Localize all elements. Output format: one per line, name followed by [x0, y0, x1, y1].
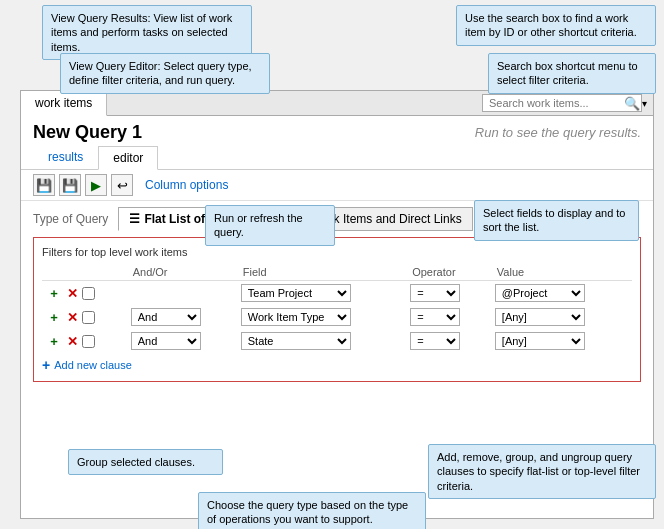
value-select[interactable]: @Project [Any]	[495, 284, 585, 302]
andor-select[interactable]: And Or	[131, 332, 201, 350]
add-row-button[interactable]: +	[46, 285, 62, 301]
col-val: Value	[491, 264, 632, 281]
field-select[interactable]: Work Item Type Team Project State	[241, 308, 351, 326]
col-field: Field	[237, 264, 406, 281]
tab-bar: work items 🔍 ▾	[21, 91, 653, 116]
add-row-button[interactable]: +	[46, 333, 62, 349]
filter-section: Filters for top level work items And/Or …	[33, 237, 641, 382]
search-icon[interactable]: 🔍	[624, 96, 640, 111]
delete-row-button[interactable]: ✕	[64, 285, 80, 301]
row-actions: + ✕	[46, 333, 123, 349]
run-button[interactable]: ▶	[85, 174, 107, 196]
callout-search-shortcut: Search box shortcut menu to select filte…	[488, 53, 656, 94]
operator-select[interactable]: = !=	[410, 308, 460, 326]
callout-view-results: View Query Results: View list of work it…	[42, 5, 252, 60]
callout-search-box: Use the search box to find a work item b…	[456, 5, 656, 46]
value-select[interactable]: [Any] @Project	[495, 332, 585, 350]
save-button[interactable]: 💾	[33, 174, 55, 196]
row-checkbox[interactable]	[82, 311, 95, 324]
operator-select[interactable]: = != < >	[410, 284, 460, 302]
row-actions: + ✕	[46, 285, 123, 301]
table-row: + ✕ And Or Work Item Type	[42, 305, 632, 329]
callout-run-refresh: Run or refresh the query.	[205, 205, 335, 246]
callout-query-type: Choose the query type based on the type …	[198, 492, 426, 529]
filter-table: And/Or Field Operator Value + ✕	[42, 264, 632, 353]
callout-add-remove: Add, remove, group, and ungroup query cl…	[428, 444, 656, 499]
run-hint: Run to see the query results.	[475, 125, 641, 140]
row-actions: + ✕	[46, 309, 123, 325]
tab-work-items[interactable]: work items	[21, 91, 107, 116]
row-checkbox[interactable]	[82, 335, 95, 348]
col-andor: And/Or	[127, 264, 237, 281]
column-options-label[interactable]: Column options	[145, 178, 228, 192]
undo-button[interactable]: ↩	[111, 174, 133, 196]
title-row: New Query 1 Run to see the query results…	[21, 116, 653, 145]
table-row: + ✕ And Or State Te	[42, 329, 632, 353]
search-input[interactable]	[482, 94, 642, 112]
field-select[interactable]: Team Project Work Item Type State	[241, 284, 351, 302]
field-select[interactable]: State Team Project Work Item Type	[241, 332, 351, 350]
add-clause-label: Add new clause	[54, 359, 132, 371]
add-clause-row[interactable]: + Add new clause	[42, 357, 632, 373]
search-dropdown-icon[interactable]: ▾	[642, 98, 647, 109]
delete-row-button[interactable]: ✕	[64, 333, 80, 349]
col-op: Operator	[406, 264, 491, 281]
add-clause-plus-icon: +	[42, 357, 50, 373]
save-as-button[interactable]: 💾	[59, 174, 81, 196]
tab-editor[interactable]: editor	[98, 146, 158, 170]
query-type-label: Type of Query	[33, 212, 108, 226]
add-row-button[interactable]: +	[46, 309, 62, 325]
sub-tabs: results editor	[21, 145, 653, 170]
search-bar: 🔍 ▾	[476, 91, 653, 115]
flat-list-icon: ☰	[129, 212, 140, 226]
toolbar: 💾 💾 ▶ ↩ Column options	[21, 170, 653, 201]
tab-results[interactable]: results	[33, 145, 98, 169]
callout-view-editor: View Query Editor: Select query type, de…	[60, 53, 270, 94]
callout-column-options: Select fields to display and to sort the…	[474, 200, 639, 241]
operator-select[interactable]: = !=	[410, 332, 460, 350]
delete-row-button[interactable]: ✕	[64, 309, 80, 325]
callout-group-clauses: Group selected clauses.	[68, 449, 223, 475]
filter-title: Filters for top level work items	[42, 246, 632, 258]
table-row: + ✕ Team Project Work Item Type State	[42, 281, 632, 306]
row-checkbox[interactable]	[82, 287, 95, 300]
col-actions	[42, 264, 127, 281]
query-title: New Query 1	[33, 122, 142, 143]
value-select[interactable]: [Any] @Project	[495, 308, 585, 326]
andor-select[interactable]: And Or	[131, 308, 201, 326]
